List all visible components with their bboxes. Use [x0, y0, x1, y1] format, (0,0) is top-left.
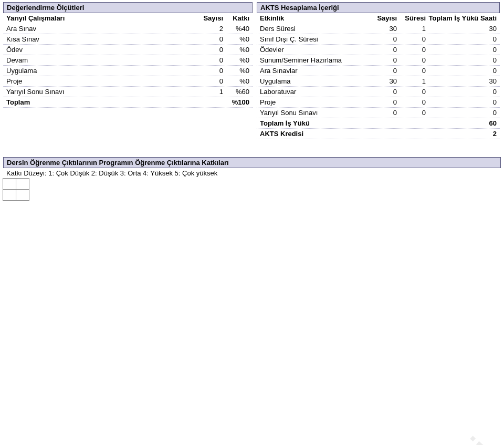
cell: %0 [223, 56, 249, 64]
cell: 1 [197, 88, 223, 96]
table-row: Laboratuvar 0 0 0 [257, 87, 500, 97]
cell: 0 [197, 46, 223, 54]
cell-total-workload-value: 60 [426, 119, 497, 127]
cell: 0 [397, 109, 426, 117]
cell: Ara Sınavlar [260, 67, 368, 75]
cell: 0 [368, 109, 397, 117]
cell: 1 [397, 25, 426, 33]
table-row: Ders Süresi 30 1 30 [257, 24, 500, 34]
cell: 0 [368, 56, 397, 64]
cell: 0 [197, 35, 223, 43]
table-row: Sunum/Seminer Hazırlama 0 0 0 [257, 55, 500, 66]
cell: 0 [197, 77, 223, 85]
cell: Sınıf Dışı Ç. Süresi [260, 35, 368, 43]
table-row: Yarıyıl Sonu Sınavı 0 0 0 [257, 108, 500, 118]
cell-total-label: Toplam [6, 98, 197, 106]
cell: 0 [368, 46, 397, 54]
cell: Devam [6, 56, 197, 64]
evaluation-title: Değerlendirme Ölçütleri [3, 2, 253, 13]
grid-cell [16, 178, 29, 190]
outcomes-grid [3, 179, 30, 201]
top-section: Değerlendirme Ölçütleri Yarıyıl Çalışmal… [0, 0, 504, 141]
table-row: Proje 0 %0 [3, 76, 253, 87]
cell: %0 [223, 77, 249, 85]
cell: %40 [223, 25, 249, 33]
table-row: Yarıyıl Sonu Sınavı 1 %60 [3, 87, 253, 97]
cell: 0 [426, 88, 497, 96]
cell: %0 [223, 46, 249, 54]
outcomes-note: Katkı Düzeyi: 1: Çok Düşük 2: Düşük 3: O… [3, 168, 501, 178]
outcomes-section: Dersin Öğrenme Çıktılarının Programın Öğ… [3, 157, 501, 178]
table-row: Ara Sınav 2 %40 [3, 24, 253, 34]
cell: %0 [223, 35, 249, 43]
table-row: Kısa Sınav 0 %0 [3, 34, 253, 45]
akts-title: AKTS Hesaplama İçeriği [257, 2, 500, 13]
cell: 0 [426, 98, 497, 106]
cell: 0 [368, 98, 397, 106]
cell: Ödevler [260, 46, 368, 54]
cell: %0 [223, 67, 249, 75]
hdr-duration: Süresi [397, 14, 426, 22]
cell: 0 [197, 67, 223, 75]
cell: 0 [397, 98, 426, 106]
table-row: Ara Sınavlar 0 0 0 [257, 66, 500, 76]
table-row: Proje 0 0 0 [257, 97, 500, 108]
cell: Yarıyıl Sonu Sınavı [260, 109, 368, 117]
outcomes-title: Dersin Öğrenme Çıktılarının Programın Öğ… [3, 157, 501, 168]
cell: 0 [426, 109, 497, 117]
cell: Laboratuvar [260, 88, 368, 96]
cell: 0 [368, 35, 397, 43]
outcomes-grid-container [3, 179, 501, 201]
cell: 30 [368, 77, 397, 85]
grid-cell [3, 189, 16, 201]
cell: 1 [397, 77, 426, 85]
cell-total-value: %100 [223, 98, 249, 106]
cell: %60 [223, 88, 249, 96]
cell: Kısa Sınav [6, 35, 197, 43]
cell: 0 [397, 56, 426, 64]
hdr-activity: Etkinlik [260, 14, 368, 22]
table-row: Uygulama 30 1 30 [257, 76, 500, 87]
table-row: Sınıf Dışı Ç. Süresi 0 0 0 [257, 34, 500, 45]
table-row: Devam 0 %0 [3, 55, 253, 66]
table-footer-row: Toplam İş Yükü 60 [257, 118, 500, 129]
evaluation-criteria-panel: Değerlendirme Ölçütleri Yarıyıl Çalışmal… [3, 2, 253, 139]
cell [397, 119, 426, 127]
grid-cell [3, 178, 16, 190]
hdr-count: Sayısı [197, 14, 223, 22]
cell: Sunum/Seminer Hazırlama [260, 56, 368, 64]
cell [368, 119, 397, 127]
cell: 30 [426, 77, 497, 85]
cell: Uygulama [260, 77, 368, 85]
cell: Yarıyıl Sonu Sınavı [6, 88, 197, 96]
cell [397, 130, 426, 138]
table-footer-row: AKTS Kredisi 2 [257, 129, 500, 139]
akts-header-row: Etkinlik Sayısı Süresi Toplam İş Yükü Sa… [257, 13, 500, 24]
cell: 0 [397, 88, 426, 96]
cell-akts-credit-value: 2 [426, 130, 497, 138]
cell: Ara Sınav [6, 25, 197, 33]
hdr-activity: Yarıyıl Çalışmaları [6, 14, 197, 22]
cell: 0 [426, 56, 497, 64]
cell: Proje [260, 98, 368, 106]
table-row: Ödevler 0 0 0 [257, 45, 500, 55]
cell: 0 [397, 35, 426, 43]
cell [197, 98, 223, 106]
watermark: DİCLE ÜNİVERSİTESİ [148, 430, 504, 445]
cell: Ödev [6, 46, 197, 54]
table-row: Uygulama 0 %0 [3, 66, 253, 76]
cell-total-workload-label: Toplam İş Yükü [260, 119, 368, 127]
grid-cell [16, 189, 29, 201]
cell [368, 130, 397, 138]
table-footer-row: Toplam %100 [3, 97, 253, 108]
cell: 30 [426, 25, 497, 33]
cell: 0 [397, 46, 426, 54]
cell: 0 [197, 56, 223, 64]
cell: 0 [368, 67, 397, 75]
grid-row [3, 190, 30, 201]
hdr-contribution: Katkı [223, 14, 249, 22]
cell: Ders Süresi [260, 25, 368, 33]
hdr-total-hours: Toplam İş Yükü Saati [426, 14, 497, 22]
cell-akts-credit-label: AKTS Kredisi [260, 130, 368, 138]
table-row: Ödev 0 %0 [3, 45, 253, 55]
